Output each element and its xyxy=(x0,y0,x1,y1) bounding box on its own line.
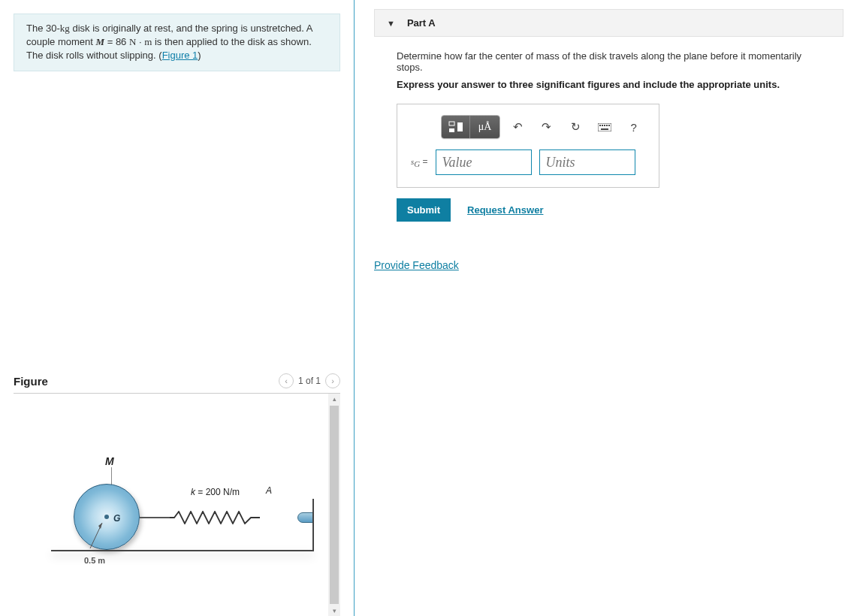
spring-constant-label: k = 200 N/m xyxy=(191,487,240,497)
templates-button[interactable] xyxy=(442,116,470,138)
svg-rect-3 xyxy=(449,128,454,132)
variable-label: sG = xyxy=(411,156,428,168)
svg-rect-2 xyxy=(449,122,454,125)
provide-feedback-link[interactable]: Provide Feedback xyxy=(374,259,459,271)
part-a-title: Part A xyxy=(407,17,436,29)
svg-marker-1 xyxy=(98,523,102,529)
collapse-icon[interactable]: ▼ xyxy=(387,19,395,28)
fraction-icon xyxy=(448,121,463,133)
disk-icon: G xyxy=(74,484,140,550)
figure-link[interactable]: Figure 1 xyxy=(162,50,198,61)
instruction-text: Determine how far the center of mass of … xyxy=(397,50,821,73)
instruction-bold: Express your answer to three significant… xyxy=(397,79,821,90)
reset-button[interactable]: ↻ xyxy=(564,116,587,138)
spring-icon xyxy=(170,511,260,524)
problem-statement: The 30-kg disk is originally at rest, an… xyxy=(14,14,340,71)
special-chars-button[interactable]: μÅ xyxy=(470,116,499,138)
answer-box: μÅ ↶ ↷ ↻ ? xyxy=(397,104,659,188)
svg-rect-6 xyxy=(599,125,601,126)
svg-rect-11 xyxy=(601,128,608,130)
submit-button[interactable]: Submit xyxy=(397,198,451,222)
keyboard-icon xyxy=(598,123,611,131)
part-a-header[interactable]: ▼ Part A xyxy=(374,9,843,37)
svg-rect-8 xyxy=(604,125,605,126)
svg-rect-9 xyxy=(606,125,608,126)
keyboard-button[interactable] xyxy=(593,116,617,138)
problem-text: The 30-kg disk is originally at rest, an… xyxy=(26,23,312,61)
redo-button[interactable]: ↷ xyxy=(535,116,558,138)
units-input[interactable] xyxy=(539,149,635,175)
figure-scrollbar[interactable]: ▴ ▾ xyxy=(328,394,340,616)
figure-title: Figure xyxy=(14,375,48,388)
point-a-label: A xyxy=(266,485,272,496)
svg-rect-4 xyxy=(457,122,463,131)
request-answer-link[interactable]: Request Answer xyxy=(467,204,543,216)
moment-label: M xyxy=(105,455,114,467)
svg-rect-10 xyxy=(608,125,610,126)
anchor-icon xyxy=(297,512,314,523)
help-button[interactable]: ? xyxy=(622,116,645,138)
radius-label: 0.5 m xyxy=(84,556,105,565)
figure-header: Figure ‹ 1 of 1 › xyxy=(14,373,340,394)
scroll-thumb[interactable] xyxy=(330,406,339,604)
center-label: G xyxy=(113,513,120,524)
figure-counter: 1 of 1 xyxy=(298,376,321,386)
undo-button[interactable]: ↶ xyxy=(506,116,530,138)
value-input[interactable] xyxy=(436,149,532,175)
figure-next-button[interactable]: › xyxy=(325,373,340,388)
svg-rect-7 xyxy=(602,125,603,126)
scroll-down-icon[interactable]: ▾ xyxy=(328,605,340,616)
radius-leader-icon xyxy=(87,520,105,550)
scroll-up-icon[interactable]: ▴ xyxy=(328,394,340,404)
svg-rect-5 xyxy=(598,123,611,131)
figure-canvas: M G 0.5 m k = 200 N/m xyxy=(14,394,328,616)
figure-prev-button[interactable]: ‹ xyxy=(279,373,294,388)
